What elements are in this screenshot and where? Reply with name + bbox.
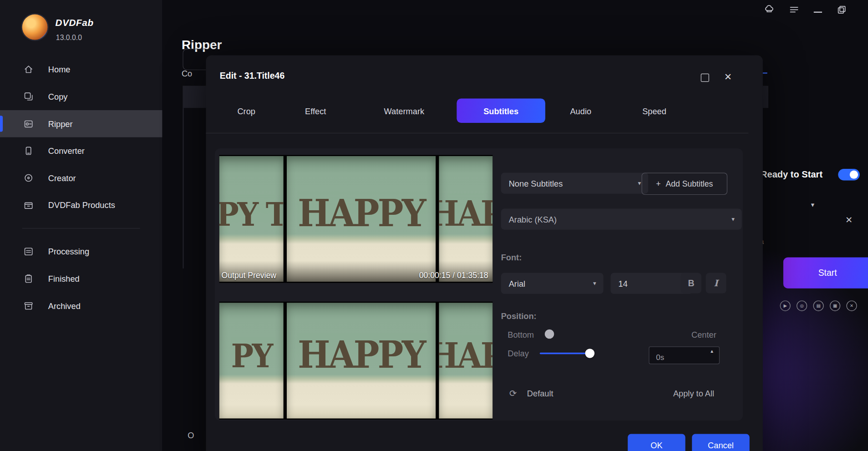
sidebar-item-label: Finished	[48, 274, 80, 284]
finished-icon	[23, 274, 34, 284]
title-action-icons: ▶ ◎ ▤ ▦ ✕	[780, 300, 857, 311]
window-controls	[764, 5, 847, 15]
chevron-down-icon: ▾	[638, 180, 641, 187]
remove-icon[interactable]: ✕	[847, 300, 857, 311]
chef-hat-icon[interactable]	[764, 5, 774, 15]
tab-effect[interactable]: Effect	[295, 98, 336, 123]
converter-icon	[23, 146, 34, 156]
partial-bottom-text: O	[188, 431, 194, 440]
video-art-text: PY	[231, 336, 272, 375]
table-header-fragment-left	[183, 86, 208, 108]
menu-icon[interactable]	[789, 5, 799, 15]
home-icon	[23, 64, 34, 75]
video-panel: PY	[219, 303, 284, 418]
refresh-icon: ⟳	[509, 388, 517, 399]
sidebar-divider	[22, 228, 140, 228]
archived-icon	[23, 300, 34, 311]
sidebar-item-home[interactable]: Home	[0, 56, 162, 83]
sidebar-item-finished[interactable]: Finished	[0, 265, 162, 293]
delay-slider-track[interactable]	[540, 353, 589, 355]
creator-icon	[23, 172, 34, 183]
apply-to-all-button[interactable]: Apply to All	[673, 389, 714, 398]
sidebar-item-archived[interactable]: Archived	[0, 292, 162, 319]
sidebar-nav: Home Copy Ripper Converter Creator DVDFa…	[0, 56, 162, 319]
copy-icon	[23, 91, 34, 102]
remove-title-icon[interactable]: ✕	[845, 215, 853, 225]
sidebar-item-ripper[interactable]: Ripper	[0, 110, 162, 137]
tab-speed[interactable]: Speed	[632, 98, 676, 123]
table-header-fragment-right	[763, 86, 768, 108]
sidebar-item-dvdfab-products[interactable]: DVDFab Products	[0, 192, 162, 219]
restore-icon[interactable]	[837, 5, 847, 15]
tabs-divider	[206, 133, 748, 133]
edit-dialog: Edit - 31.Title46 ✕ Crop Effect Watermar…	[206, 56, 762, 451]
font-label: Font:	[501, 253, 522, 262]
chevron-down-icon[interactable]: ▾	[811, 201, 814, 208]
cancel-button[interactable]: Cancel	[692, 434, 749, 451]
add-subtitles-label: Add Subtitles	[665, 179, 713, 188]
font-family-select[interactable]: Arial ▾	[501, 273, 604, 294]
sidebar: DVDFab 13.0.0.0 Home Copy Ripper Convert…	[0, 0, 162, 451]
minimize-icon[interactable]	[814, 12, 822, 13]
sidebar-item-label: Converter	[48, 146, 85, 156]
dialog-title: Edit - 31.Title46	[220, 71, 284, 81]
preview-overlay: Output Preview 00:00:15 / 01:35:18	[219, 261, 493, 283]
delay-value: 0s	[656, 353, 664, 361]
table-edge-fragment	[183, 108, 183, 269]
position-label: Position:	[501, 311, 537, 320]
tab-audio[interactable]: Audio	[560, 98, 601, 123]
video-panel: HAPPY	[287, 303, 436, 418]
dvdfab-logo	[22, 15, 48, 40]
subtitle-strip-icon[interactable]: ▤	[813, 300, 824, 311]
start-button[interactable]: Start	[783, 258, 868, 289]
dialog-close-icon[interactable]: ✕	[724, 71, 732, 83]
language-select[interactable]: Arabic (KSA) ▾	[501, 209, 742, 230]
position-knob[interactable]	[545, 329, 554, 339]
preview-timecode: 00:00:15 / 01:35:18	[419, 271, 488, 279]
sidebar-item-converter[interactable]: Converter	[0, 137, 162, 165]
video-art-text: PY T	[219, 195, 284, 233]
tab-subtitles[interactable]: Subtitles	[457, 98, 545, 123]
sidebar-item-copy[interactable]: Copy	[0, 83, 162, 110]
processing-icon	[23, 246, 34, 257]
video-art-text: HAP	[439, 193, 492, 234]
subtitle-track-select[interactable]: None Subtitles ▾	[501, 172, 649, 193]
ok-button[interactable]: OK	[628, 434, 685, 451]
ready-toggle[interactable]	[838, 169, 859, 181]
italic-button[interactable]: I	[706, 273, 726, 294]
default-button[interactable]: Default	[527, 389, 553, 398]
toggle-knob	[850, 171, 858, 179]
bold-button[interactable]: B	[681, 273, 701, 294]
disc-icon[interactable]: ◎	[797, 300, 807, 311]
subtitle-track-value: None Subtitles	[509, 178, 563, 188]
sidebar-item-label: Copy	[48, 92, 68, 101]
start-button-label: Start	[818, 268, 837, 278]
delay-label: Delay	[508, 349, 529, 358]
language-value: Arabic (KSA)	[509, 214, 557, 224]
sidebar-item-creator[interactable]: Creator	[0, 164, 162, 192]
source-preview-frame: PY HAPPY HAP	[219, 302, 493, 420]
dialog-maximize-icon[interactable]	[701, 74, 709, 82]
sidebar-item-processing[interactable]: Processing	[0, 238, 162, 265]
sidebar-item-label: Creator	[48, 173, 76, 183]
clapper-icon[interactable]: ▦	[830, 300, 840, 311]
sidebar-item-label: DVDFab Products	[48, 200, 115, 210]
delay-slider-knob[interactable]	[585, 349, 595, 358]
align-value-label: Center	[691, 330, 716, 340]
add-subtitles-button[interactable]: + Add Subtitles	[642, 172, 728, 195]
play-icon[interactable]: ▶	[780, 300, 791, 311]
tab-crop[interactable]: Crop	[228, 98, 265, 123]
chevron-down-icon: ▾	[593, 280, 596, 287]
tab-watermark[interactable]: Watermark	[374, 98, 434, 123]
delay-spinner[interactable]: 0s ▲	[649, 346, 720, 364]
position-value-label: Bottom	[508, 330, 534, 340]
spinner-up-icon[interactable]: ▲	[710, 349, 714, 354]
ready-to-start-label: Ready to Start	[761, 169, 822, 180]
output-preview-label: Output Preview	[221, 271, 276, 279]
chevron-down-icon: ▾	[731, 216, 735, 223]
video-art-text: HAP	[439, 335, 492, 375]
font-size-select[interactable]: 14 ▾	[610, 273, 692, 294]
sidebar-item-label: Processing	[48, 247, 89, 256]
sidebar-item-label: Ripper	[48, 119, 73, 128]
app-name: DVDFab	[56, 18, 94, 29]
